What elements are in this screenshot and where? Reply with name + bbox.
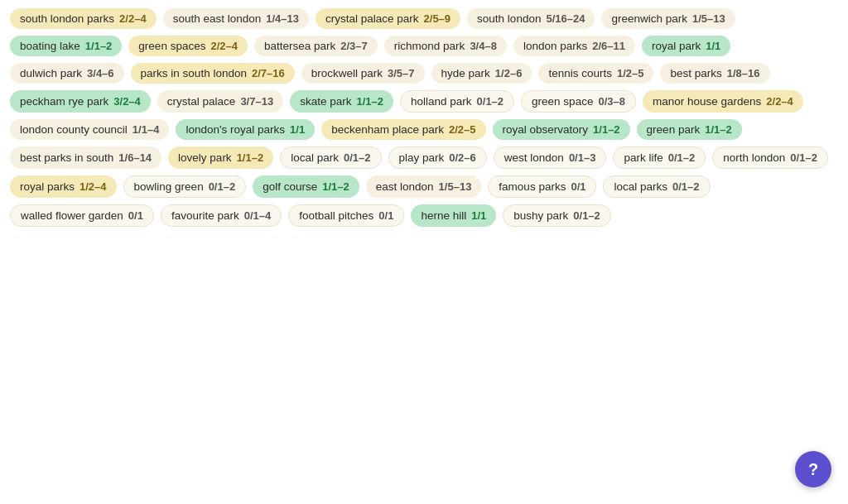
tag-label: bushy park [513,209,568,222]
tag-item[interactable]: bushy park0/1–2 [503,204,611,227]
tag-item[interactable]: bowling green0/1–2 [123,175,247,198]
tag-score: 1/2–4 [80,180,107,193]
tag-item[interactable]: battersea park2/3–7 [254,36,378,56]
tag-item[interactable]: play park0/2–6 [388,146,487,169]
tag-score: 2/7–16 [252,67,285,79]
tag-label: manor house gardens [653,95,761,108]
tag-score: 1/1–2 [322,180,349,193]
tag-score: 0/1–2 [209,180,236,193]
tag-item[interactable]: boating lake1/1–2 [10,36,122,56]
tag-item[interactable]: london county council1/1–4 [10,119,169,140]
tag-label: bowling green [134,180,204,193]
tag-item[interactable]: football pitches0/1 [288,204,404,227]
tag-item[interactable]: crystal palace3/7–13 [157,90,283,113]
tag-item[interactable]: green space0/3–8 [521,90,636,113]
tags-container: south london parks2/2–4south east london… [10,8,838,227]
tag-label: herne hill [421,209,466,222]
tag-item[interactable]: south east london1/4–13 [163,8,309,29]
tag-score: 3/5–7 [388,67,415,79]
tag-item[interactable]: royal parks1/2–4 [10,175,117,198]
tag-item[interactable]: manor house gardens2/2–4 [643,90,803,113]
tag-score: 1/1 [290,123,305,136]
tag-label: local parks [614,180,667,193]
tag-score: 1/2–5 [617,67,644,79]
tag-item[interactable]: lovely park1/1–2 [168,146,273,169]
tag-label: hyde park [441,67,490,79]
tag-item[interactable]: best parks in south1/6–14 [10,146,161,169]
tag-item[interactable]: south london parks2/2–4 [10,8,157,29]
tag-item[interactable]: green spaces2/2–4 [128,36,248,56]
tag-item[interactable]: london's royal parks1/1 [176,119,315,140]
tag-label: richmond park [394,40,465,52]
help-button[interactable]: ? [795,451,831,487]
tag-label: royal park [652,40,701,52]
tag-label: lovely park [178,151,232,164]
tag-item[interactable]: walled flower garden0/1 [10,204,154,227]
tag-score: 0/1–2 [668,151,696,164]
tag-item[interactable]: brockwell park3/5–7 [301,63,425,84]
tag-item[interactable]: richmond park3/4–8 [384,36,507,56]
tag-item[interactable]: beckenham place park2/2–5 [321,119,485,140]
tag-label: south london parks [20,12,114,25]
tag-item[interactable]: royal park1/1 [642,36,730,56]
tag-item[interactable]: dulwich park3/4–6 [10,63,124,84]
tag-label: local park [291,151,339,164]
tag-label: green park [647,123,701,136]
tag-label: south east london [173,12,262,25]
tag-label: east london [376,180,434,193]
tag-label: crystal palace park [325,12,419,25]
tag-item[interactable]: golf course1/1–2 [253,175,359,198]
tag-score: 1/1–2 [85,40,113,52]
tag-score: 2/2–4 [119,12,147,25]
tag-item[interactable]: skate park1/1–2 [290,90,393,113]
tag-score: 0/1–2 [344,151,371,164]
tag-label: parks in south london [141,67,247,79]
tag-score: 0/1–2 [672,180,700,193]
tag-item[interactable]: london parks2/6–11 [513,36,635,56]
tag-label: london parks [523,40,587,52]
tag-score: 1/5–13 [692,12,725,25]
tag-item[interactable]: south london5/16–24 [467,8,595,29]
tag-item[interactable]: herne hill1/1 [411,204,496,227]
tag-item[interactable]: peckham rye park3/2–4 [10,90,151,113]
tag-label: holland park [411,95,472,108]
tag-label: crystal palace [167,95,236,108]
tag-label: north london [723,151,785,164]
tag-score: 0/1–4 [244,209,272,222]
tag-score: 0/1–2 [477,95,504,108]
tag-item[interactable]: tennis courts1/2–5 [538,63,653,84]
tag-item[interactable]: north london0/1–2 [712,146,828,169]
tag-label: south london [477,12,541,25]
tag-score: 1/1–2 [593,123,620,136]
tag-item[interactable]: royal observatory1/1–2 [493,119,630,140]
tag-item[interactable]: park life0/1–2 [613,146,706,169]
tag-score: 1/1–4 [132,123,160,136]
tag-item[interactable]: green park1/1–2 [637,119,742,140]
tag-score: 0/1 [128,209,143,222]
tag-label: battersea park [264,40,335,52]
tag-item[interactable]: greenwich park1/5–13 [601,8,735,29]
tag-score: 2/2–4 [210,40,238,52]
tag-score: 1/8–16 [727,67,760,79]
tag-item[interactable]: crystal palace park2/5–9 [316,8,460,29]
tag-item[interactable]: local parks0/1–2 [603,175,710,198]
tag-item[interactable]: local park0/1–2 [280,146,381,169]
tag-item[interactable]: famous parks0/1 [488,175,596,198]
tag-item[interactable]: east london1/5–13 [366,175,482,198]
tag-label: best parks in south [20,151,113,164]
tag-score: 2/6–11 [592,40,625,52]
tag-label: park life [624,151,662,164]
tag-item[interactable]: holland park0/1–2 [400,90,514,113]
tag-label: best parks [670,67,721,79]
tag-item[interactable]: best parks1/8–16 [660,63,769,84]
tag-score: 2/2–5 [449,123,476,136]
tag-score: 1/5–13 [439,180,472,193]
tag-label: golf course [263,180,317,193]
tag-item[interactable]: favourite park0/1–4 [161,204,282,227]
tag-item[interactable]: hyde park1/2–6 [431,63,532,84]
tag-label: dulwich park [20,67,82,79]
tag-item[interactable]: west london0/1–3 [494,146,607,169]
tag-score: 2/3–7 [340,40,368,52]
tag-label: peckham rye park [20,95,108,108]
tag-item[interactable]: parks in south london2/7–16 [131,63,295,84]
